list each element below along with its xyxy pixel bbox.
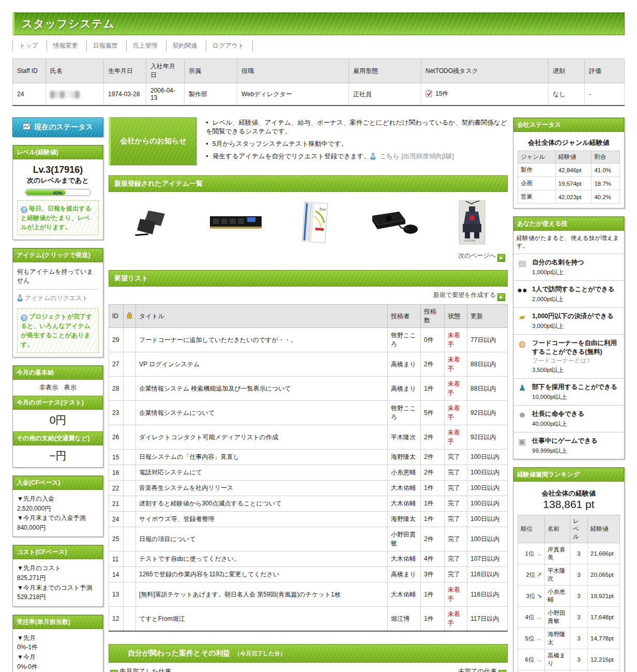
genre-exp: 42,023pt — [555, 190, 592, 204]
beta-note: [出現頻度傾向β版] — [401, 153, 454, 160]
staff-header-cell: NetTODO残タスク — [421, 59, 549, 83]
trend-arrow-icon: → — [536, 550, 542, 557]
wish-due: 100日以内 — [467, 512, 508, 527]
wishlist-row: 12 てすとFrom堀江 堀江博 1件 未着手 117日以内 — [109, 607, 508, 632]
wish-status: 完了 — [445, 527, 467, 551]
item-hint: ?プロジェクトが完了すると、いろんなアイテムが発生することがあります。 — [17, 308, 99, 353]
wish-status: 完了 — [445, 551, 467, 567]
wish-title[interactable]: サイボウズ等、登録者整理 — [136, 512, 388, 527]
wish-title[interactable]: 1265で登録の作業内容を1192に変更してください — [136, 567, 388, 583]
wishlist-row: 21 遅刻すると経験値から300点減点することについて 大木佑輔 1件 完了 1… — [109, 496, 508, 512]
next-page-arrow-icon[interactable]: ▶ — [497, 254, 505, 262]
nettodo-count[interactable]: 15件 — [435, 90, 448, 97]
current-status-button[interactable]: 現在のステータス — [12, 117, 103, 137]
prev-month-link[interactable]: 先月完了した仕事 — [119, 668, 172, 672]
wish-id: 16 — [109, 465, 124, 481]
genre-name: 製作 — [518, 163, 556, 177]
wish-title[interactable]: てすとFrom堀江 — [136, 607, 388, 632]
skill-icon: ▰ — [517, 312, 528, 330]
game-console-image[interactable] — [367, 206, 422, 240]
staff-header-cell: 生年月日 — [104, 59, 146, 83]
company-status-box: 会社ステータス 会社全体のジャンル経験値 ジャンル経験値割合 製作 42,846… — [513, 117, 625, 208]
company-news-button[interactable]: 会社からのお知らせ — [109, 117, 196, 165]
skill-icon: ▣ — [517, 437, 528, 455]
wish-due: 100日以内 — [467, 481, 508, 496]
wishlist-row: 27 VP ログインシステム 高橋まり 2件 未着手 88日以内 — [109, 352, 508, 377]
hide-salary-link[interactable]: 非表示 — [39, 384, 58, 391]
skill-link[interactable]: フードコーナーとは? — [532, 357, 621, 365]
wish-posts: 1件 — [421, 512, 445, 527]
skill-icon: ▤ — [517, 258, 528, 276]
nav-item[interactable]: 売上管理 — [126, 40, 166, 51]
money-label: ▼今月末までのコスト予測 — [17, 583, 99, 593]
unfinished-link[interactable]: 未完了の仕事 — [458, 668, 497, 672]
wish-due: 77日以内 — [467, 328, 508, 352]
skill-requirement: 3,000pt以上 — [532, 322, 614, 330]
wish-posts: 1件 — [421, 607, 445, 632]
memory-module-image[interactable] — [209, 212, 263, 234]
skill-icon: ♟ — [517, 383, 528, 401]
staff-header-cell: 評価 — [585, 59, 625, 83]
wish-lock-cell — [124, 377, 136, 401]
staff-dept: 製作部 — [185, 83, 237, 106]
show-salary-link[interactable]: 表示 — [64, 384, 77, 391]
prev-month-arrow-icon[interactable]: ◀ — [110, 670, 118, 672]
wish-title[interactable]: 企業情報システムについて — [136, 401, 388, 425]
wish-status: 未着手 — [445, 328, 467, 352]
app-title: スタッフシステム — [14, 17, 122, 31]
nav-item[interactable]: トップ — [12, 40, 47, 51]
wish-title[interactable]: 企業情報システム 検索機能追加及び一覧表示について — [136, 377, 388, 401]
rank-name: 小糸恵輔 — [545, 586, 570, 607]
wish-status: 完了 — [445, 450, 467, 465]
kochira-link[interactable]: こちら — [380, 153, 399, 160]
rank-exp: 21,666pt — [588, 543, 620, 564]
dvd-boxset-image[interactable]: Tour — [299, 201, 330, 246]
skill-title: 部下を採用することができる — [532, 383, 617, 392]
wishlist-bar: 要望リスト — [109, 270, 508, 287]
wish-title[interactable]: テストです自由に使ってください。 — [136, 551, 388, 567]
create-wish-link[interactable]: 新規で要望を作成する — [433, 291, 496, 298]
wish-poster: 高橋まり — [388, 567, 421, 583]
nav-item[interactable]: 情報変更 — [47, 40, 86, 51]
next-page-link[interactable]: 次のページへ — [458, 252, 496, 259]
wish-title[interactable]: 電話対応システムにて — [136, 465, 388, 481]
wish-title[interactable]: 遅刻すると経験値から300点減点することについて — [136, 496, 388, 512]
wish-poster: 高橋まり — [388, 377, 421, 401]
trend-arrow-icon: → — [536, 656, 542, 663]
wish-title[interactable]: ダイレクトコンタクト可能メディアリストの作成 — [136, 425, 388, 450]
genre-exp: 19,574pt — [555, 177, 592, 190]
unfinished-arrow-icon[interactable]: ▶ — [498, 670, 506, 672]
wish-title[interactable]: 日報の項目について — [136, 527, 388, 551]
nav-item[interactable]: 日報履歴 — [86, 40, 126, 51]
nav-item[interactable]: ログアウト — [206, 40, 253, 51]
item-request-link[interactable]: アイテムのリクエスト — [17, 290, 99, 304]
announcement-item: 発生するアイテムを自分でリクエスト登録できます。 こちら [出現頻度傾向β版] — [206, 152, 508, 161]
wish-title[interactable]: [無料]落語チケットあげます。朝日名人会 第59回(青風篇)のチケット1枚 — [136, 583, 388, 607]
pen-tablet-image[interactable] — [131, 205, 172, 241]
wish-lock-cell — [124, 551, 136, 567]
ranking-row: 1位→ 岸真喜美 3 21,666pt — [518, 543, 620, 564]
new-items-bar: 新規登録されたアイテム一覧 — [109, 175, 508, 192]
wish-due: 107日以内 — [467, 551, 508, 567]
wish-title[interactable]: VP ログインシステム — [136, 352, 388, 377]
wish-posts: 0件 — [421, 328, 445, 352]
create-wish-arrow-icon[interactable]: ▶ — [497, 293, 505, 301]
genre-share: 41.0% — [592, 163, 620, 177]
wish-posts: 1件 — [421, 481, 445, 496]
wish-title[interactable]: 日報システムの「仕事内容」見直し — [136, 450, 388, 465]
wish-posts: 1件 — [421, 583, 445, 607]
ranking-header-cell: 名前 — [545, 515, 570, 543]
genre-row: 製作 42,846pt 41.0% — [518, 163, 620, 177]
genre-share: 40.2% — [592, 190, 620, 204]
money-value: 529,218円 — [17, 592, 99, 602]
nav-item[interactable]: 契約関連 — [166, 40, 206, 51]
wishlist-row: 13 [無料]落語チケットあげます。朝日名人会 第59回(青風篇)のチケット1枚… — [109, 583, 508, 607]
genre-exp-title: 会社全体のジャンル経験値 — [518, 138, 620, 147]
ranking-total-label: 会社全体の経験値 — [518, 489, 620, 498]
ranking-header-cell: 経験値 — [588, 515, 620, 543]
skills-note: 経験値がたまると、使える技が増えます。 — [513, 231, 624, 254]
wish-title[interactable]: フードコーナーに追加していただきたいのですが・・。 — [136, 328, 388, 352]
wish-title[interactable]: 音楽再生システムを社内リリース — [136, 481, 388, 496]
robot-model-image[interactable]: GUNDAM — [459, 200, 486, 246]
genre-header-cell: 経験値 — [555, 151, 592, 163]
